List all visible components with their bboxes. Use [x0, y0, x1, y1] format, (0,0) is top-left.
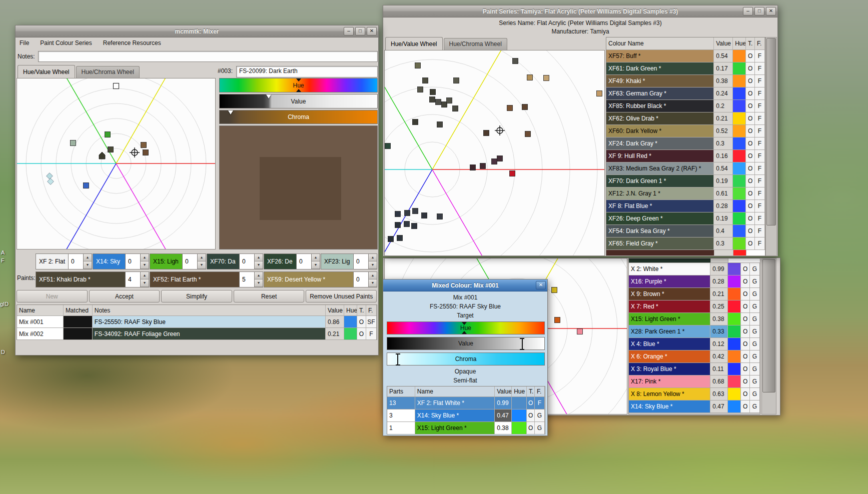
close-button[interactable]: ✕ — [766, 7, 776, 16]
component-row[interactable]: 1X15: Light Green *0.38OG — [387, 422, 545, 434]
paint-row[interactable]: XF70: Dark Green 1 *0.19OF — [606, 175, 765, 188]
minimize-button[interactable]: – — [344, 27, 354, 36]
accept-button[interactable]: Accept — [89, 290, 160, 302]
paint-row[interactable]: X 3: Royal Blue *0.11OG — [629, 363, 760, 376]
spinner-down-icon[interactable]: ▼ — [369, 280, 377, 287]
close-button[interactable]: ✕ — [536, 281, 546, 290]
spinner-stepper[interactable]: ▲▼ — [369, 254, 377, 269]
paint-sample-marker[interactable] — [437, 214, 443, 220]
component-row[interactable]: 3X14: Sky Blue *0.47OG — [387, 410, 545, 422]
paint-row[interactable]: XF85: Rubber Black *0.2OF — [606, 100, 765, 112]
paint-sample-marker[interactable] — [141, 142, 147, 148]
paint-sample-marker[interactable] — [430, 90, 436, 95]
paint-sample-marker[interactable] — [544, 76, 549, 81]
spinner-down-icon[interactable]: ▼ — [141, 280, 149, 287]
window-titlebar[interactable]: Paint Series: Tamiya: Flat Acrylic (Pete… — [383, 6, 777, 18]
close-button[interactable]: ✕ — [367, 27, 377, 36]
mix-name-input[interactable]: FS-20099: Dark Earth — [236, 66, 378, 78]
paint-amount-value[interactable]: 0 — [297, 254, 312, 269]
target-square-marker[interactable] — [114, 84, 119, 89]
spinner-up-icon[interactable]: ▲ — [312, 254, 320, 262]
paint-sample-marker[interactable] — [577, 329, 583, 334]
menu-paint-colour-series[interactable]: Paint Colour Series — [40, 40, 92, 48]
hue-marker-icon[interactable] — [296, 78, 301, 82]
spinner-stepper[interactable]: ▲▼ — [84, 254, 92, 269]
paint-row[interactable]: XF24: Dark Gray *0.3OF — [606, 138, 765, 150]
gloss-table-scrollbar[interactable] — [761, 258, 776, 414]
dialog-titlebar[interactable]: Mixed Colour: Mix #001 ✕ — [383, 280, 547, 292]
paint-sample-marker[interactable] — [385, 144, 391, 149]
hue-slider[interactable]: Hue — [219, 78, 378, 92]
paint-amount-value[interactable]: 0 — [183, 254, 198, 269]
value-marker-icon[interactable] — [266, 94, 271, 98]
spinner-up-icon[interactable]: ▲ — [198, 254, 206, 262]
paint-sample-marker[interactable] — [510, 171, 515, 176]
paint-sample-marker[interactable] — [108, 147, 114, 152]
spinner-down-icon[interactable]: ▼ — [84, 262, 92, 269]
paint-sample-marker[interactable] — [597, 91, 602, 96]
tab-hue-value-wheel[interactable]: Hue/Value Wheel — [18, 65, 75, 78]
scrollbar-thumb[interactable] — [766, 38, 776, 226]
reset-button[interactable]: Reset — [234, 290, 305, 302]
spinner-up-icon[interactable]: ▲ — [255, 254, 263, 262]
paint-row[interactable]: X 4: Blue *0.12OG — [629, 338, 760, 350]
chroma-slider[interactable]: Chroma — [219, 110, 378, 124]
paint-sample-marker[interactable] — [484, 130, 489, 136]
paint-sample-marker[interactable] — [513, 58, 518, 64]
scrollbar-thumb[interactable] — [762, 259, 775, 392]
paint-amount-value[interactable]: 0 — [354, 272, 369, 287]
paint-row[interactable]: XF65: Field Gray *0.3OF — [606, 238, 765, 250]
paint-sample-marker[interactable] — [454, 78, 459, 84]
menu-reference-resources[interactable]: Reference Resources — [103, 40, 161, 48]
paint-row[interactable]: X 2: White *0.99OG — [629, 263, 760, 276]
paint-row[interactable]: XF 8: Flat Blue *0.28OF — [606, 200, 765, 212]
value-slider[interactable]: Value — [219, 94, 378, 108]
paint-series-window[interactable]: Paint Series: Tamiya: Flat Acrylic (Pete… — [383, 5, 778, 256]
spinner-stepper[interactable]: ▲▼ — [312, 254, 320, 269]
paint-sample-marker[interactable] — [525, 132, 531, 137]
spinner-up-icon[interactable]: ▲ — [141, 272, 149, 280]
paint-sample-marker[interactable] — [507, 106, 513, 111]
paint-sample-marker[interactable] — [395, 212, 401, 217]
value-marker-icon[interactable] — [520, 338, 524, 349]
paint-sample-marker[interactable] — [397, 236, 403, 241]
paint-sample-marker[interactable] — [413, 208, 418, 214]
paint-sample-marker[interactable] — [527, 75, 533, 80]
paint-row[interactable]: X14: Sky Blue *0.47OG — [629, 400, 760, 413]
spinner-down-icon[interactable]: ▼ — [141, 262, 149, 269]
paint-row[interactable]: X 9: Brown *0.21OG — [629, 288, 760, 300]
paint-amount-value[interactable]: 4 — [126, 272, 141, 287]
paint-sample-marker[interactable] — [418, 87, 423, 92]
paint-sample-marker[interactable] — [552, 288, 557, 293]
hue-marker-icon[interactable] — [462, 322, 467, 325]
mix-row[interactable]: Mix #001FS-25550: RAAF Sky Blue0.86OSF — [17, 316, 377, 328]
desktop-icon-label[interactable]: gID — [0, 301, 9, 307]
desktop-icon-label[interactable]: A — [1, 250, 5, 256]
paint-row[interactable]: XF49: Khaki *0.38OF — [606, 75, 765, 88]
simplify-button[interactable]: Simplify — [161, 290, 232, 302]
paint-sample-marker[interactable] — [447, 98, 452, 104]
spinner-up-icon[interactable]: ▲ — [369, 272, 377, 280]
paint-row[interactable]: XF61: Dark Green *0.17OF — [606, 62, 765, 75]
paint-sample-marker[interactable] — [497, 156, 503, 162]
series-table-scrollbar[interactable] — [765, 37, 777, 256]
paint-sample-marker[interactable] — [404, 222, 410, 227]
paint-row[interactable]: X28: Park Green 1 *0.33OG — [629, 326, 760, 338]
menu-file[interactable]: File — [20, 40, 29, 48]
paint-sample-marker[interactable] — [422, 213, 427, 218]
spinner-up-icon[interactable]: ▲ — [369, 254, 377, 262]
paint-row[interactable]: XF63: German Gray *0.24OF — [606, 88, 765, 100]
paint-sample-marker[interactable] — [143, 150, 149, 156]
paint-sample-marker[interactable] — [436, 100, 441, 105]
desktop-icon-label[interactable]: F — [1, 258, 5, 264]
paint-sample-marker[interactable] — [522, 104, 528, 110]
spinner-up-icon[interactable]: ▲ — [255, 272, 263, 280]
spinner-stepper[interactable]: ▲▼ — [369, 272, 377, 287]
component-row[interactable]: 13XF 2: Flat White *0.99OF — [387, 397, 545, 410]
paint-sample-marker[interactable] — [437, 122, 443, 128]
paint-amount-value[interactable]: 0 — [126, 254, 141, 269]
paint-sample-marker[interactable] — [492, 159, 497, 164]
paint-row[interactable]: XF62: Olive Drab *0.21OF — [606, 112, 765, 125]
remove-unused-paints-button[interactable]: Remove Unused Paints — [306, 290, 377, 302]
spinner-stepper[interactable]: ▲▼ — [141, 254, 149, 269]
